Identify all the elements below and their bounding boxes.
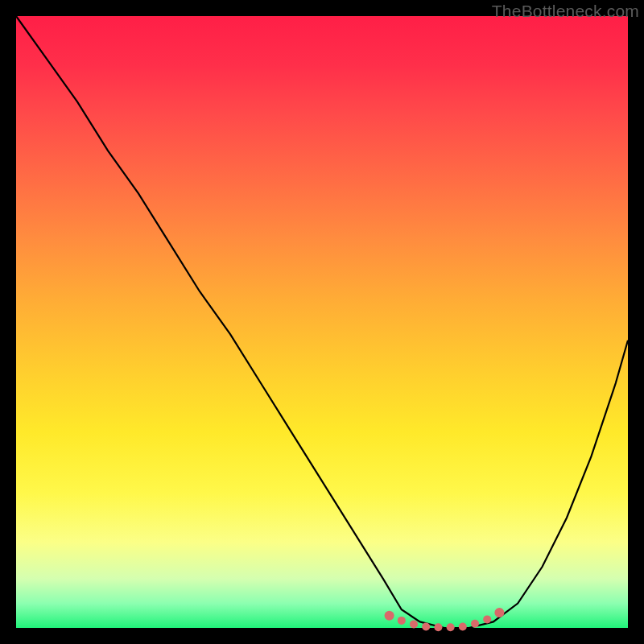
marker-dot [483, 615, 491, 623]
marker-dot [398, 617, 406, 625]
marker-dot [471, 620, 479, 628]
marker-dot [447, 623, 455, 631]
marker-dot [385, 611, 394, 621]
marker-dot [459, 623, 467, 631]
chart-overlay [16, 16, 628, 628]
marker-dot [434, 623, 442, 631]
bottleneck-curve [16, 16, 628, 628]
marker-dot [494, 608, 504, 617]
watermark-text: TheBottleneck.com [492, 2, 639, 21]
marker-dot [422, 623, 430, 631]
marker-dot [410, 620, 418, 628]
chart-frame: TheBottleneck.com [0, 0, 644, 644]
